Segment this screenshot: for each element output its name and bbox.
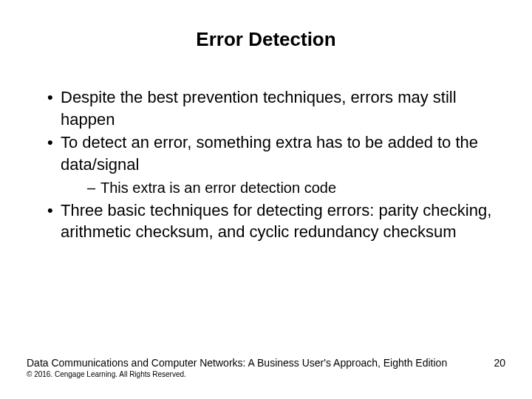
page-number: 20 bbox=[494, 357, 505, 369]
bullet-list: Despite the best prevention techniques, … bbox=[27, 86, 505, 243]
footer-source: Data Communications and Computer Network… bbox=[27, 357, 447, 369]
sub-bullet-list: This extra is an error detection code bbox=[61, 177, 505, 198]
slide-title: Error Detection bbox=[27, 28, 505, 51]
sub-bullet-item: This extra is an error detection code bbox=[87, 177, 505, 198]
sub-bullet-text: This extra is an error detection code bbox=[100, 180, 336, 196]
bullet-item: Three basic techniques for detecting err… bbox=[47, 200, 505, 243]
slide: Error Detection Despite the best prevent… bbox=[0, 0, 532, 399]
bullet-item: To detect an error, something extra has … bbox=[47, 132, 505, 197]
bullet-item: Despite the best prevention techniques, … bbox=[47, 86, 505, 130]
bullet-text: Three basic techniques for detecting err… bbox=[61, 201, 491, 242]
footer-line: Data Communications and Computer Network… bbox=[27, 357, 505, 369]
footer: Data Communications and Computer Network… bbox=[27, 357, 505, 378]
footer-copyright: © 2016. Cengage Learning. All Rights Res… bbox=[27, 370, 505, 378]
bullet-text: To detect an error, something extra has … bbox=[61, 133, 478, 174]
bullet-text: Despite the best prevention techniques, … bbox=[61, 88, 457, 129]
